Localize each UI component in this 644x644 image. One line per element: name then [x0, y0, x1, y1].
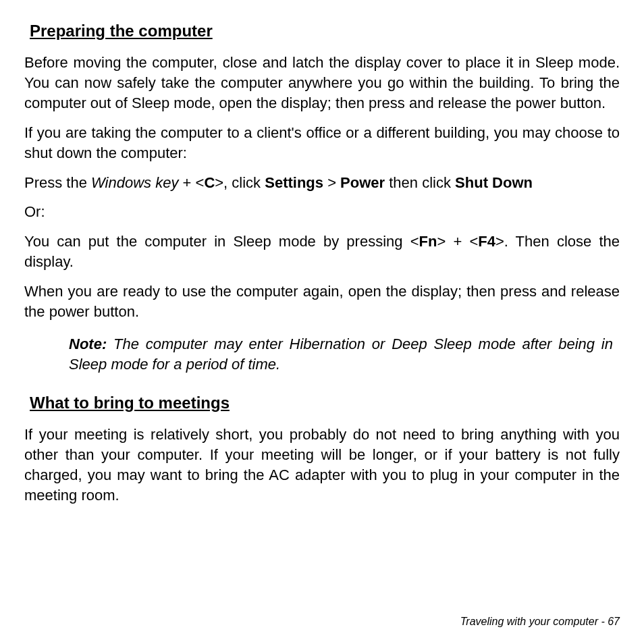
paragraph-sleep-mode-intro: Before moving the computer, close and la… [24, 53, 620, 113]
section-what-to-bring: What to bring to meetings If your meetin… [24, 394, 620, 506]
page-footer: Traveling with your computer - 67 [460, 616, 620, 628]
paragraph-meeting-supplies: If your meeting is relatively short, you… [24, 425, 620, 506]
text-plus-open: + < [178, 174, 204, 191]
text-power: Power [340, 174, 385, 191]
text-settings: Settings [265, 174, 323, 191]
text-sleep-mid: > + < [437, 233, 478, 250]
text-windows-key: Windows key [91, 174, 178, 191]
text-shut-down: Shut Down [455, 174, 533, 191]
paragraph-shutdown-intro: If you are taking the computer to a clie… [24, 123, 620, 163]
text-click: >, click [215, 174, 265, 191]
text-sep1: > [323, 174, 340, 191]
paragraph-sleep-shortcut: You can put the computer in Sleep mode b… [24, 232, 620, 272]
text-key-f4: F4 [478, 233, 495, 250]
text-key-fn: Fn [419, 233, 437, 250]
note-label: Note: [69, 336, 107, 352]
note-text: The computer may enter Hibernation or De… [69, 336, 613, 373]
text-sleep-pre: You can put the computer in Sleep mode b… [24, 233, 419, 250]
heading-what-to-bring: What to bring to meetings [30, 394, 620, 412]
paragraph-shutdown-steps: Press the Windows key + <C>, click Setti… [24, 173, 620, 193]
note-hibernation: Note: The computer may enter Hibernation… [69, 334, 613, 375]
section-preparing-computer: Preparing the computer Before moving the… [24, 22, 620, 375]
paragraph-wake-up: When you are ready to use the computer a… [24, 281, 620, 322]
text-press-the: Press the [24, 174, 91, 191]
paragraph-or: Or: [24, 202, 620, 222]
heading-preparing-computer: Preparing the computer [30, 22, 620, 41]
text-key-c: C [204, 174, 215, 191]
text-then-click: then click [385, 174, 455, 191]
